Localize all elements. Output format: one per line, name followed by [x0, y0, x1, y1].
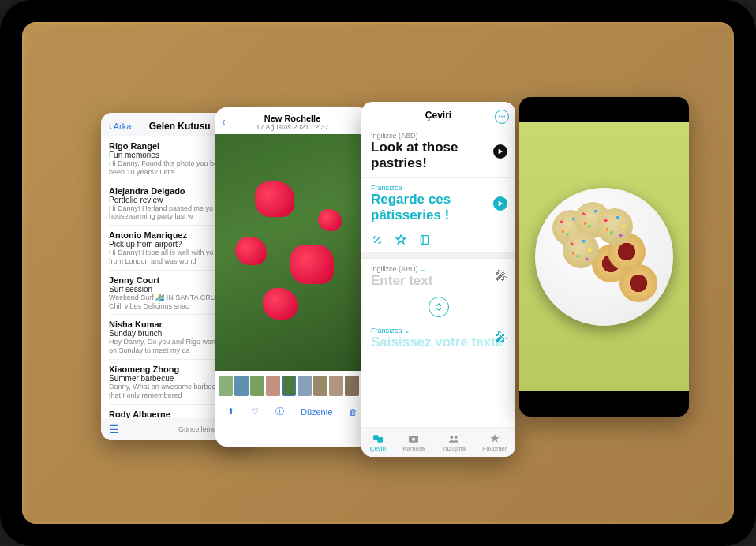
app-card-translate[interactable]: Çeviri Çeviri ⋯ İngilizce (ABD) Look at … [361, 102, 515, 457]
svg-point-17 [454, 436, 457, 439]
divider [361, 252, 515, 259]
mail-back-label: Arka [114, 122, 132, 131]
expand-icon[interactable] [371, 234, 384, 249]
edit-button[interactable]: Düzenle [301, 407, 332, 417]
svg-point-16 [450, 436, 453, 439]
app-switcher[interactable]: Mail Gelen Kutusu ‹ Arka Gelen Kutusu Ri… [22, 22, 734, 524]
favorite-icon[interactable] [395, 234, 407, 249]
svg-point-15 [412, 438, 415, 441]
trash-icon[interactable]: 🗑︎ [349, 407, 357, 417]
pastries-plate [535, 188, 673, 326]
mail-inbox-title: Gelen Kutusu [149, 121, 211, 132]
decorative-flower [235, 237, 267, 265]
sprinkle-cookie [597, 208, 633, 245]
app-card-photos[interactable]: Fotoğraflar ‹ New Rochelle 17 Ağustos 20… [215, 107, 369, 447]
source-input-placeholder: Enter text [371, 273, 506, 289]
target-translation-block: Fransızca Regarde ces pâtisseries ! [361, 178, 515, 229]
translate-tabbar: Çeviri Kamera Yazışma Favoriler [361, 427, 515, 457]
tab-camera[interactable]: Kamera [402, 432, 425, 452]
svg-rect-11 [421, 236, 428, 245]
photos-header: ‹ New Rochelle 17 Ağustos 2021 12:37 [215, 107, 369, 134]
thumbnail[interactable] [234, 376, 249, 396]
thumbnail[interactable] [219, 376, 233, 396]
thumbnail-selected[interactable] [282, 376, 296, 396]
photos-toolbar: ⬆︎ ♡ ⓘ Düzenle 🗑︎ [215, 401, 369, 425]
photo-viewer[interactable] [215, 134, 369, 371]
notes-content [519, 97, 689, 417]
source-lang-label: İngilizce (ABD) [371, 132, 506, 140]
decorative-flower [255, 181, 294, 217]
target-input-block[interactable]: Fransızca ⌄ Saisissez votre texte 🎤︎ [361, 320, 515, 355]
info-icon[interactable]: ⓘ [275, 406, 284, 417]
source-text: Look at those pastries! [371, 140, 506, 170]
mic-icon[interactable]: 🎤︎ [495, 331, 507, 345]
photo-thumbnails[interactable] [215, 371, 369, 401]
target-lang-label: Fransızca [371, 184, 506, 192]
play-source-button[interactable] [493, 144, 507, 159]
decorative-flower [290, 245, 334, 284]
translate-header: Çeviri ⋯ [361, 102, 515, 125]
chevron-left-icon: ‹ [109, 122, 112, 131]
tab-conversation[interactable]: Yazışma [442, 432, 466, 452]
filter-icon[interactable]: ☰ [109, 423, 119, 436]
decorative-flower [318, 209, 342, 231]
decorative-flower [263, 288, 298, 320]
screen: Mail Gelen Kutusu ‹ Arka Gelen Kutusu Ri… [22, 22, 734, 524]
tab-translate[interactable]: Çeviri [370, 432, 386, 452]
translate-title: Çeviri [425, 110, 451, 121]
sprinkle-cookie [563, 232, 599, 268]
mic-icon[interactable]: 🎤︎ [495, 269, 507, 283]
thumbnail[interactable] [345, 376, 359, 396]
more-options-button[interactable]: ⋯ [495, 110, 509, 124]
thumbnail[interactable] [250, 376, 264, 396]
thumbnail[interactable] [266, 376, 280, 396]
mail-back-button[interactable]: ‹ Arka [109, 122, 131, 131]
heart-icon[interactable]: ♡ [251, 406, 259, 417]
source-translation-block: İngilizce (ABD) Look at those pastries! [361, 125, 515, 178]
source-input-block[interactable]: İngilizce (ABD) ⌄ Enter text 🎤︎ [361, 259, 515, 294]
photo-date: 17 Ağustos 2021 12:37 [256, 123, 328, 131]
target-input-placeholder: Saisissez votre texte [371, 335, 506, 350]
target-text: Regarde ces pâtisseries ! [371, 192, 506, 223]
photo-location: New Rochelle [264, 114, 321, 123]
app-card-notes[interactable]: Notlar Baking Inspiration [519, 97, 689, 417]
thumbnail[interactable] [313, 376, 327, 396]
play-target-button[interactable] [493, 196, 507, 211]
input-lang-selector[interactable]: İngilizce (ABD) ⌄ [371, 265, 506, 273]
ipad-frame: Mail Gelen Kutusu ‹ Arka Gelen Kutusu Ri… [0, 0, 756, 546]
tab-favorites[interactable]: Favoriler [482, 432, 507, 452]
thumbnail[interactable] [329, 376, 343, 396]
svg-rect-13 [377, 437, 383, 443]
dictionary-icon[interactable] [418, 234, 431, 249]
translate-actions [361, 229, 515, 252]
photos-back-button[interactable]: ‹ [222, 115, 226, 128]
thumbnail[interactable] [298, 376, 312, 396]
share-icon[interactable]: ⬆︎ [227, 406, 234, 417]
swap-languages-button[interactable] [429, 297, 449, 317]
output-lang-selector[interactable]: Fransızca ⌄ [371, 327, 506, 335]
